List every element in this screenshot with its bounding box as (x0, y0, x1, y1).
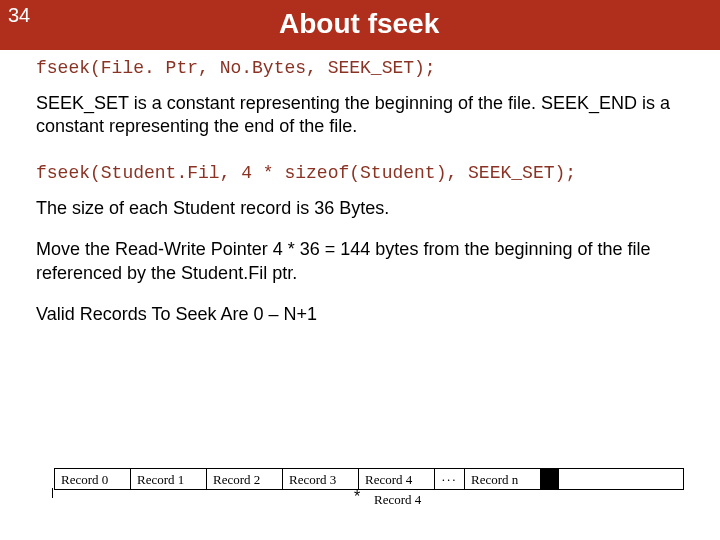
pointer-start-tick (52, 488, 53, 498)
code-fseek-example: fseek(Student.Fil, 4 * sizeof(Student), … (36, 163, 684, 183)
page-number: 34 (0, 0, 38, 31)
valid-records-paragraph: Valid Records To Seek Are 0 – N+1 (36, 303, 684, 326)
slide-title: About fseek (38, 0, 720, 40)
record-size-paragraph: The size of each Student record is 36 By… (36, 197, 684, 220)
records-row: Record 0 Record 1 Record 2 Record 3 Reco… (54, 468, 684, 490)
record-cell: Record 0 (55, 469, 131, 489)
pointer-star-icon: * (354, 488, 360, 506)
pointer-label: Record 4 (374, 492, 421, 508)
record-cell: Record n (465, 469, 541, 489)
records-diagram: Record 0 Record 1 Record 2 Record 3 Reco… (54, 468, 684, 510)
record-cell: Record 1 (131, 469, 207, 489)
pointer-move-paragraph: Move the Read-Write Pointer 4 * 36 = 144… (36, 238, 684, 285)
seek-constants-paragraph: SEEK_SET is a constant representing the … (36, 92, 684, 137)
pointer-row: * Record 4 (54, 490, 684, 512)
slide-content: fseek(File. Ptr, No.Bytes, SEEK_SET); SE… (0, 50, 720, 327)
record-end-marker (541, 469, 559, 489)
record-cell: Record 3 (283, 469, 359, 489)
record-cell: Record 2 (207, 469, 283, 489)
record-ellipsis: ··· (435, 469, 465, 489)
record-cell: Record 4 (359, 469, 435, 489)
code-fseek-signature: fseek(File. Ptr, No.Bytes, SEEK_SET); (36, 58, 684, 78)
slide-header: 34 About fseek (0, 0, 720, 50)
